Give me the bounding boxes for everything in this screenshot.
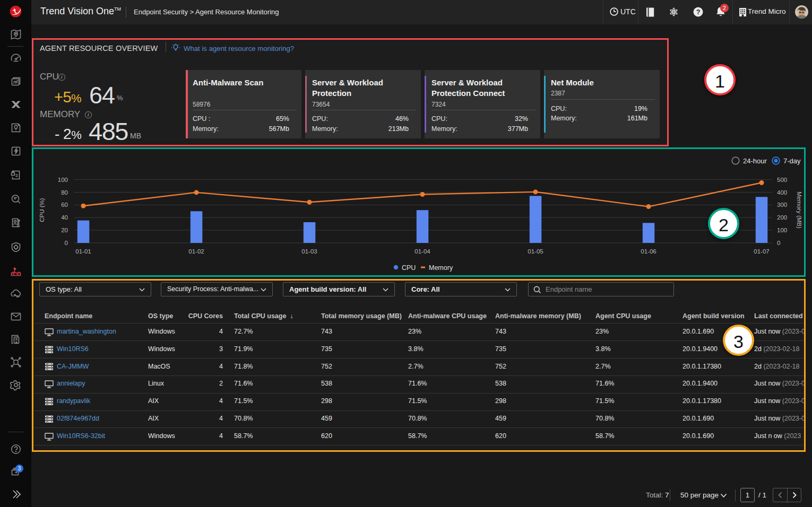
svg-text:0: 0 bbox=[65, 240, 68, 246]
svg-text:01-07: 01-07 bbox=[754, 248, 769, 255]
svg-text:100: 100 bbox=[58, 177, 68, 183]
svg-text:Memory: Memory bbox=[429, 264, 453, 272]
svg-text:CPU (%): CPU (%) bbox=[39, 198, 45, 222]
svg-text:Memory (MB): Memory (MB) bbox=[796, 191, 802, 229]
svg-text:400: 400 bbox=[777, 189, 787, 196]
svg-text:?: ? bbox=[696, 8, 701, 16]
svg-text:40: 40 bbox=[61, 214, 68, 221]
svg-text:300: 300 bbox=[777, 202, 787, 208]
svg-text:500: 500 bbox=[777, 177, 787, 183]
svg-text:CPU: CPU bbox=[402, 264, 416, 272]
svg-text:01-04: 01-04 bbox=[414, 248, 430, 255]
svg-text:01-06: 01-06 bbox=[641, 248, 656, 255]
svg-text:01-02: 01-02 bbox=[188, 248, 204, 255]
svg-text:20: 20 bbox=[61, 227, 68, 233]
svg-text:01-05: 01-05 bbox=[528, 248, 543, 255]
svg-text:01-01: 01-01 bbox=[75, 248, 91, 255]
svg-text:200: 200 bbox=[777, 214, 787, 221]
svg-text:60: 60 bbox=[61, 202, 68, 208]
svg-text:01-03: 01-03 bbox=[301, 248, 317, 255]
svg-text:0: 0 bbox=[777, 240, 780, 246]
svg-text:100: 100 bbox=[777, 227, 787, 233]
svg-text:80: 80 bbox=[61, 189, 68, 196]
